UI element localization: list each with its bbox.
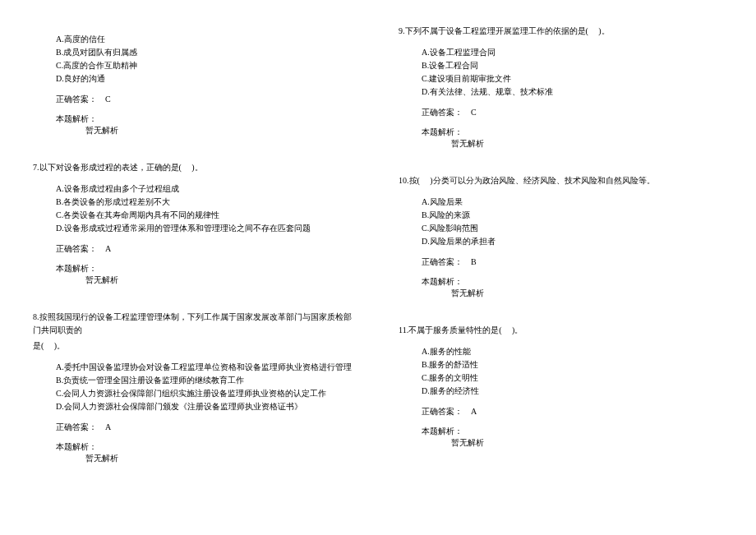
option-a: A.高度的信任	[56, 33, 357, 46]
options-group: A.委托中国设备监理协会对设备工程监理单位资格和设备监理师执业资格进行管理 B.…	[33, 361, 357, 413]
analysis-text: 暂无解析	[399, 437, 723, 449]
option-b: B.风险的来源	[422, 209, 723, 222]
option-c: C.建设项目前期审批文件	[422, 72, 723, 85]
option-c: C.高度的合作互助精神	[56, 59, 357, 72]
analysis-label: 本题解析：	[33, 263, 357, 274]
options-group: A.设备工程监理合同 B.设备工程合同 C.建设项目前期审批文件 D.有关法律、…	[399, 46, 723, 99]
analysis-label: 本题解析：	[399, 426, 723, 437]
option-a: A.风险后果	[422, 196, 723, 209]
correct-answer: 正确答案： A	[399, 406, 723, 417]
question-stem: 11.不属于服务质量特性的是( )。	[399, 324, 723, 337]
options-group: A.高度的信任 B.成员对团队有归属感 C.高度的合作互助精神 D.良好的沟通	[33, 33, 357, 85]
option-b: B.负责统一管理全国注册设备监理师的继续教育工作	[56, 374, 357, 387]
option-a: A.设备工程监理合同	[422, 46, 723, 59]
left-column: A.高度的信任 B.成员对团队有归属感 C.高度的合作互助精神 D.良好的沟通 …	[33, 25, 357, 489]
question-stem-line1: 8.按照我国现行的设备工程监理管理体制，下列工作属于国家发展改革部门与国家质检部…	[33, 311, 357, 337]
option-c: C.会同人力资源社会保障部门组织实施注册设备监理师执业资格的认定工作	[56, 387, 357, 400]
analysis-text: 暂无解析	[399, 138, 723, 150]
analysis-label: 本题解析：	[33, 113, 357, 125]
right-column: 9.下列不属于设备工程监理开展监理工作的依据的是( )。 A.设备工程监理合同 …	[399, 25, 723, 489]
correct-answer: 正确答案： C	[399, 107, 723, 118]
question-10: 10.按( )分类可以分为政治风险、经济风险、技术风险和自然风险等。 A.风险后…	[399, 174, 723, 309]
question-stem: 10.按( )分类可以分为政治风险、经济风险、技术风险和自然风险等。	[399, 174, 723, 187]
question-6-tail: A.高度的信任 B.成员对团队有归属感 C.高度的合作互助精神 D.良好的沟通 …	[33, 25, 357, 146]
option-b: B.各类设备的形成过程差别不大	[56, 196, 357, 209]
option-b: B.设备工程合同	[422, 59, 723, 72]
analysis-text: 暂无解析	[33, 274, 357, 286]
question-11: 11.不属于服务质量特性的是( )。 A.服务的性能 B.服务的舒适性 C.服务…	[399, 324, 723, 459]
question-9: 9.下列不属于设备工程监理开展监理工作的依据的是( )。 A.设备工程监理合同 …	[399, 25, 723, 159]
correct-answer: 正确答案： C	[33, 94, 357, 105]
page-container: A.高度的信任 B.成员对团队有归属感 C.高度的合作互助精神 D.良好的沟通 …	[33, 25, 723, 489]
analysis-text: 暂无解析	[33, 453, 357, 464]
options-group: A.风险后果 B.风险的来源 C.风险影响范围 D.风险后果的承担者	[399, 196, 723, 248]
question-8: 8.按照我国现行的设备工程监理管理体制，下列工作属于国家发展改革部门与国家质检部…	[33, 311, 357, 474]
option-c: C.各类设备在其寿命周期内具有不同的规律性	[56, 209, 357, 222]
option-d: D.有关法律、法规、规章、技术标准	[422, 85, 723, 99]
analysis-label: 本题解析：	[399, 276, 723, 288]
analysis-label: 本题解析：	[399, 127, 723, 138]
option-d: D.良好的沟通	[56, 72, 357, 85]
question-stem: 9.下列不属于设备工程监理开展监理工作的依据的是( )。	[399, 25, 723, 38]
correct-answer: 正确答案： A	[33, 422, 357, 433]
correct-answer: 正确答案： A	[33, 243, 357, 255]
options-group: A.服务的性能 B.服务的舒适性 C.服务的文明性 D.服务的经济性	[399, 345, 723, 398]
option-a: A.服务的性能	[422, 345, 723, 358]
option-d: D.服务的经济性	[422, 385, 723, 398]
question-stem: 7.以下对设备形成过程的表述，正确的是( )。	[33, 161, 357, 174]
option-d: D.风险后果的承担者	[422, 235, 723, 248]
option-d: D.会同人力资源社会保障部门颁发《注册设备监理师执业资格证书》	[56, 400, 357, 413]
option-c: C.风险影响范围	[422, 222, 723, 235]
question-stem-line2: 是( )。	[33, 339, 357, 353]
analysis-label: 本题解析：	[33, 441, 357, 453]
options-group: A.设备形成过程由多个子过程组成 B.各类设备的形成过程差别不大 C.各类设备在…	[33, 182, 357, 235]
option-c: C.服务的文明性	[422, 371, 723, 385]
option-b: B.服务的舒适性	[422, 358, 723, 371]
analysis-text: 暂无解析	[33, 125, 357, 136]
option-b: B.成员对团队有归属感	[56, 46, 357, 59]
option-a: A.委托中国设备监理协会对设备工程监理单位资格和设备监理师执业资格进行管理	[56, 361, 357, 374]
option-d: D.设备形成或过程通常采用的管理体系和管理理论之间不存在匹套问题	[56, 222, 357, 235]
question-7: 7.以下对设备形成过程的表述，正确的是( )。 A.设备形成过程由多个子过程组成…	[33, 161, 357, 296]
option-a: A.设备形成过程由多个子过程组成	[56, 182, 357, 196]
correct-answer: 正确答案： B	[399, 256, 723, 268]
analysis-text: 暂无解析	[399, 288, 723, 299]
